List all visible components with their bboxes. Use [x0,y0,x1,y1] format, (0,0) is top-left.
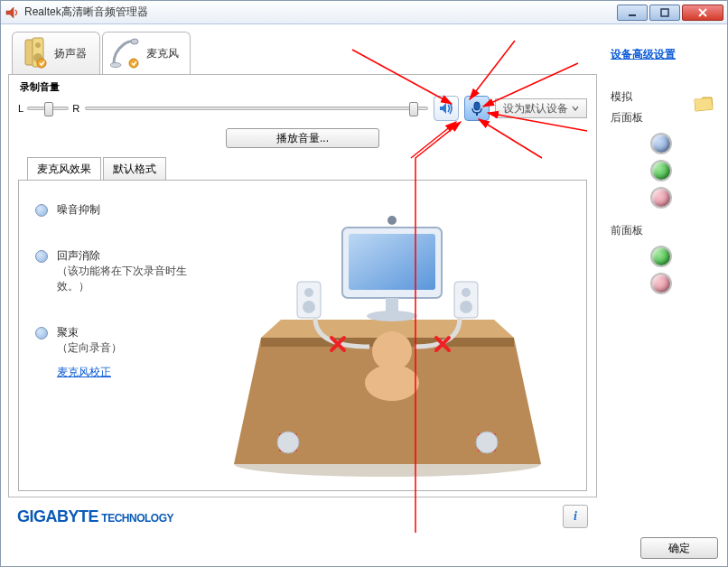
chevron-down-icon [572,102,579,115]
svg-rect-0 [629,14,636,16]
info-icon: i [574,509,577,524]
svg-point-25 [462,288,471,297]
svg-rect-1 [661,9,668,16]
recording-volume-label: 录制音量 [20,80,587,94]
window-title: Realtek高清晰音频管理器 [24,5,617,20]
svg-point-29 [277,432,299,453]
window-buttons [617,5,723,21]
svg-point-22 [304,288,313,297]
side-panel: 设备高级设置 模拟 后面板 前面板 [602,32,720,535]
tab-microphone-label: 麦克风 [146,46,179,61]
set-default-device-button[interactable]: 设为默认设备 [495,98,587,118]
app-icon [5,5,19,20]
close-button[interactable] [682,5,723,21]
maximize-button[interactable] [649,5,680,21]
radio-icon [35,204,48,217]
mute-mic-button[interactable] [464,96,490,121]
option-noise-label: 噪音抑制 [57,202,100,218]
svg-point-8 [110,63,121,68]
balance-L: L [18,103,23,114]
jack-rear-pink[interactable] [652,189,670,207]
svg-point-9 [129,59,138,68]
microphone-icon [110,36,141,71]
device-tabs: 扬声器 麦克风 [12,32,597,75]
ok-button[interactable]: 确定 [640,537,718,559]
tab-speaker-label: 扬声器 [54,46,87,61]
balance-R: R [72,103,79,114]
tab-default-format[interactable]: 默认格式 [103,157,166,181]
option-echo-sub: （该功能将在下次录音时生效。） [57,264,207,294]
option-beam-label: 聚束 [57,326,79,339]
footer: GIGABYTE TECHNOLOGY i [8,497,597,535]
play-volume-button[interactable]: 播放音量... [226,128,379,148]
svg-point-28 [365,365,419,401]
main-panel: 录制音量 L R 设为默认设备 [8,74,597,497]
option-echo-cancel[interactable]: 回声消除 （该功能将在下次录音时生效。） [35,248,207,294]
option-echo-label: 回声消除 [57,249,100,262]
tab-mic-effects[interactable]: 麦克风效果 [27,157,101,181]
jack-rear-green[interactable] [652,162,670,180]
svg-point-19 [367,311,417,321]
minimize-button[interactable] [617,5,648,21]
option-beam-sub: （定向录音） [57,340,122,356]
folder-icon[interactable] [694,96,714,115]
effects-panel: 噪音抑制 回声消除 （该功能将在下次录音时生效。） [18,180,587,491]
radio-icon [35,250,48,263]
svg-point-6 [37,59,46,68]
jack-front-pink[interactable] [652,274,670,293]
balance-control: L R [18,103,79,114]
room-illustration [216,202,570,469]
svg-rect-10 [474,102,480,110]
option-noise-suppression[interactable]: 噪音抑制 [35,202,207,218]
info-button[interactable]: i [563,505,588,528]
sub-tabs: 麦克风效果 默认格式 [27,157,587,181]
svg-rect-18 [386,298,398,312]
advanced-settings-link[interactable]: 设备高级设置 [611,47,712,62]
svg-point-26 [460,301,472,313]
front-panel-label: 前面板 [611,223,712,238]
tab-microphone[interactable]: 麦克风 [102,32,191,75]
playback-monitor-button[interactable] [434,96,459,121]
titlebar: Realtek高清晰音频管理器 [1,1,727,24]
svg-point-23 [303,301,315,313]
brand-logo: GIGABYTE TECHNOLOGY [17,507,173,526]
mic-calibration-link[interactable]: 麦克风校正 [57,365,111,380]
svg-point-30 [476,432,498,453]
set-default-label: 设为默认设备 [503,101,568,116]
svg-point-20 [387,216,397,225]
radio-icon [35,327,48,339]
svg-point-4 [35,42,41,48]
brand-sub: TECHNOLOGY [101,512,173,525]
svg-point-7 [131,39,138,44]
jack-front-green[interactable] [652,247,670,265]
desk-scene [225,211,550,482]
jack-rear-blue[interactable] [652,135,670,153]
volume-slider[interactable] [85,107,428,110]
svg-rect-17 [349,234,435,290]
balance-slider[interactable] [27,107,69,110]
speaker-icon [20,36,49,71]
svg-rect-11 [476,113,478,116]
option-beamforming[interactable]: 聚束 （定向录音） [35,325,207,356]
brand-name: GIGABYTE [17,507,98,525]
app-window: Realtek高清晰音频管理器 扬声器 麦克风 [0,0,728,567]
tab-speaker[interactable]: 扬声器 [12,32,100,75]
